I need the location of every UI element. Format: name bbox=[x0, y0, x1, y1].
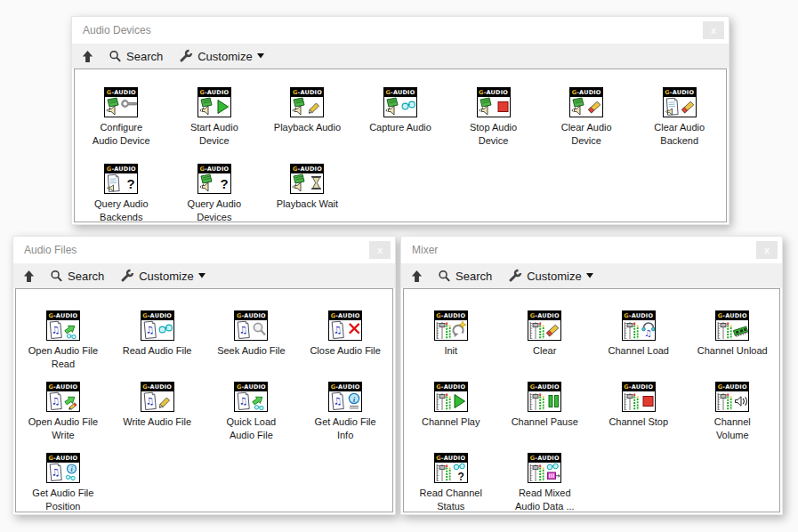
palette-item-clear[interactable]: G-AUDIOClear bbox=[498, 310, 592, 382]
palette-item-label: Write Audio File bbox=[123, 415, 191, 429]
svg-text:?: ? bbox=[127, 176, 135, 191]
close-button[interactable]: x bbox=[703, 21, 724, 39]
palette-item-capture-audio[interactable]: G-AUDIOCapture Audio bbox=[354, 87, 447, 164]
customize-button[interactable]: Customize bbox=[508, 269, 592, 283]
up-arrow-icon bbox=[81, 50, 94, 63]
palette-item-clear-audio-backend[interactable]: G-AUDIOClear Audio Backend bbox=[633, 87, 726, 164]
palette-item-playback-audio[interactable]: G-AUDIOPlayback Audio bbox=[261, 87, 354, 164]
palette-item-quick-load-audio-file[interactable]: G-AUDIO♫Quick Load Audio File bbox=[205, 382, 299, 453]
g-audio-banner: G-AUDIO bbox=[435, 383, 467, 391]
magnifier-icon bbox=[438, 270, 451, 283]
palette-item-label: Channel Play bbox=[422, 415, 480, 429]
palette-item-query-audio-devices[interactable]: G-AUDIO?Query Audio Devices bbox=[168, 164, 262, 222]
palette-item-write-audio-file[interactable]: G-AUDIO♫Write Audio File bbox=[110, 382, 205, 453]
palette-item-channel-load[interactable]: G-AUDIO♫Channel Load bbox=[592, 310, 686, 382]
search-button[interactable]: Search bbox=[438, 270, 492, 283]
window-title: Audio Devices bbox=[83, 24, 703, 36]
palette-toolbar: Search Customize bbox=[72, 44, 729, 69]
customize-label: Customize bbox=[197, 50, 252, 63]
palette-item-channel-stop[interactable]: G-AUDIOChannel Stop bbox=[592, 382, 686, 453]
titlebar[interactable]: Mixer x bbox=[401, 237, 782, 263]
search-button[interactable]: Search bbox=[50, 270, 104, 283]
palette-item-read-audio-file[interactable]: G-AUDIO♫Read Audio File bbox=[110, 310, 205, 382]
palette-item-open-audio-file-write[interactable]: G-AUDIO♫Open Audio File Write bbox=[16, 382, 110, 453]
palette-item-get-audio-file-position[interactable]: G-AUDIO♫iGet Audio File Position bbox=[16, 453, 110, 512]
g-audio-banner: G-AUDIO bbox=[570, 88, 602, 97]
g-audio-banner: G-AUDIO bbox=[478, 88, 510, 97]
palette-item-channel-unload[interactable]: G-AUDIOChannel Unload bbox=[686, 310, 780, 382]
g-audio-banner: G-AUDIO bbox=[105, 88, 137, 97]
palette-item-channel-volume[interactable]: G-AUDIOChannel Volume bbox=[686, 382, 780, 453]
document-eraser-icon: G-AUDIO bbox=[663, 87, 697, 117]
g-audio-banner: G-AUDIO bbox=[291, 165, 323, 173]
wrench-icon bbox=[508, 269, 522, 283]
palette-window-audio-devices: Audio Devices x Search Customize G-AUDIO… bbox=[71, 16, 729, 225]
palette-item-start-audio-device[interactable]: G-AUDIOStart Audio Device bbox=[168, 87, 262, 164]
palette-item-query-audio-backends[interactable]: G-AUDIO?Query Audio Backends bbox=[75, 164, 168, 222]
palette-item-label: Get Audio File Position bbox=[32, 487, 93, 512]
g-audio-banner: G-AUDIO bbox=[291, 88, 323, 97]
palette-item-label: Playback Audio bbox=[274, 121, 341, 134]
up-button[interactable] bbox=[410, 270, 423, 283]
file-magnifier-icon: G-AUDIO♫ bbox=[234, 310, 268, 341]
palette-item-label: Clear Audio Backend bbox=[654, 121, 705, 148]
customize-button[interactable]: Customize bbox=[179, 49, 263, 63]
palette-item-label: Close Audio File bbox=[310, 344, 381, 358]
palette-content: G-AUDIOConfigure Audio DeviceG-AUDIOStar… bbox=[74, 69, 727, 222]
customize-button[interactable]: Customize bbox=[120, 269, 205, 283]
palette-item-label: Channel Unload bbox=[697, 344, 768, 358]
close-button[interactable]: x bbox=[369, 241, 391, 259]
file-arrow-glasses-icon: G-AUDIO♫ bbox=[234, 382, 268, 412]
file-pencil-icon: G-AUDIO♫ bbox=[141, 382, 174, 412]
titlebar[interactable]: Audio Devices x bbox=[72, 17, 729, 44]
palette-item-read-channel-status[interactable]: G-AUDIO?Read Channel Status bbox=[404, 453, 498, 512]
palette-item-channel-pause[interactable]: G-AUDIOChannel Pause bbox=[498, 382, 592, 453]
wrench-icon bbox=[120, 269, 134, 283]
titlebar[interactable]: Audio Files x bbox=[13, 237, 395, 263]
palette-item-label: Configure Audio Device bbox=[93, 121, 150, 148]
speaker-stop-icon: G-AUDIO bbox=[477, 87, 511, 117]
svg-text:♫: ♫ bbox=[333, 395, 343, 407]
wrench-icon bbox=[179, 49, 193, 63]
palette-item-label: Capture Audio bbox=[369, 121, 431, 134]
svg-text:♫: ♫ bbox=[51, 324, 60, 336]
speaker-play-icon: G-AUDIO bbox=[197, 87, 231, 117]
customize-label: Customize bbox=[527, 270, 581, 283]
up-button[interactable] bbox=[22, 270, 36, 283]
mixer-play-icon: G-AUDIO bbox=[434, 382, 468, 412]
palette-item-get-audio-file-info[interactable]: G-AUDIO♫iGet Audio File Info bbox=[298, 382, 392, 453]
g-audio-banner: G-AUDIO bbox=[198, 165, 230, 173]
palette-item-label: Open Audio File Write bbox=[28, 415, 98, 442]
speaker-hourglass-icon: G-AUDIO bbox=[290, 164, 324, 194]
palette-item-clear-audio-device[interactable]: G-AUDIOClear Audio Device bbox=[540, 87, 633, 164]
g-audio-banner: G-AUDIO bbox=[47, 311, 79, 320]
search-button[interactable]: Search bbox=[109, 50, 163, 63]
palette-item-read-mixed-audio-data[interactable]: G-AUDIORead Mixed Audio Data ... bbox=[498, 453, 592, 512]
palette-item-label: Start Audio Device bbox=[190, 121, 238, 148]
up-button[interactable] bbox=[81, 50, 94, 63]
palette-toolbar: Search Customize bbox=[401, 263, 782, 288]
file-glasses-icon: G-AUDIO♫ bbox=[141, 310, 174, 341]
document-question-icon: G-AUDIO? bbox=[104, 164, 138, 194]
caret-down-icon bbox=[198, 273, 206, 278]
g-audio-banner: G-AUDIO bbox=[435, 311, 467, 320]
palette-item-configure-audio-device[interactable]: G-AUDIOConfigure Audio Device bbox=[75, 87, 168, 164]
palette-window-mixer: Mixer x Search Customize G-AUDIOInitG-AU… bbox=[400, 236, 783, 515]
g-audio-banner: G-AUDIO bbox=[141, 311, 173, 320]
palette-item-label: Read Channel Status bbox=[420, 487, 482, 512]
palette-item-playback-wait[interactable]: G-AUDIOPlayback Wait bbox=[261, 164, 354, 222]
close-button[interactable]: x bbox=[756, 241, 778, 259]
palette-item-channel-play[interactable]: G-AUDIOChannel Play bbox=[404, 382, 498, 453]
g-audio-banner: G-AUDIO bbox=[716, 311, 748, 320]
palette-item-stop-audio-device[interactable]: G-AUDIOStop Audio Device bbox=[447, 87, 540, 164]
mixer-stop-icon: G-AUDIO bbox=[622, 382, 656, 412]
svg-text:♫: ♫ bbox=[51, 466, 60, 479]
palette-item-init[interactable]: G-AUDIOInit bbox=[404, 310, 498, 382]
palette-item-close-audio-file[interactable]: G-AUDIO♫Close Audio File bbox=[298, 310, 392, 382]
mixer-glasses-question-icon: G-AUDIO? bbox=[434, 453, 468, 483]
g-audio-banner: G-AUDIO bbox=[235, 383, 267, 391]
palette-item-seek-audio-file[interactable]: G-AUDIO♫Seek Audio File bbox=[205, 310, 299, 382]
palette-item-label: Read Mixed Audio Data ... bbox=[515, 487, 575, 512]
palette-item-open-audio-file-read[interactable]: G-AUDIO♫Open Audio File Read bbox=[16, 310, 110, 382]
palette-item-label: Query Audio Devices bbox=[188, 197, 242, 222]
